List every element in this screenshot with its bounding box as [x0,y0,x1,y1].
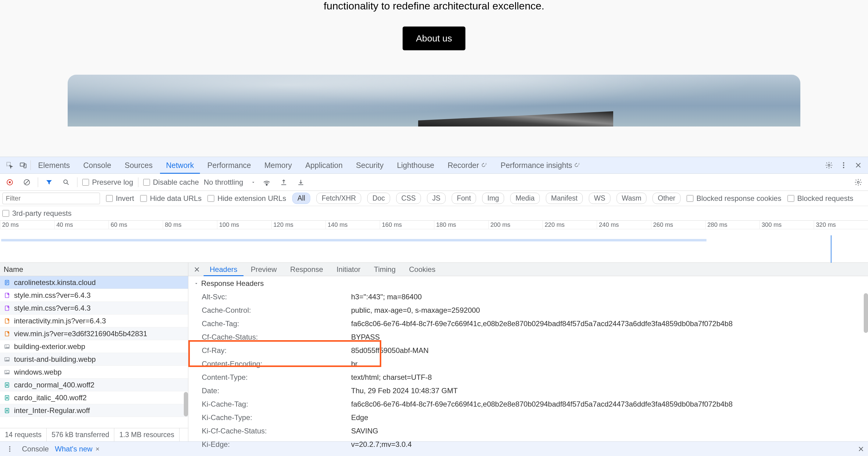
filter-icon[interactable] [43,176,55,188]
close-details-icon[interactable] [191,264,203,275]
search-icon[interactable] [60,176,72,188]
tab-recorder[interactable]: Recorder [442,157,493,174]
drawer-console[interactable]: Console [22,445,49,453]
detail-tab-headers[interactable]: Headers [204,263,244,276]
request-name: inter_Inter-Regular.woff [14,406,90,415]
detail-tabs: Headers Preview Response Initiator Timin… [188,263,868,276]
tab-network[interactable]: Network [160,157,200,174]
device-toolbar-icon[interactable] [17,159,29,171]
header-value: fa6c8c06-6e76-4bf4-8c7f-69e7c669f41c,e08… [351,320,868,328]
filter-type-js[interactable]: JS [427,193,445,204]
svg-point-4 [843,162,844,163]
request-row[interactable]: carolinetestx.kinsta.cloud [0,276,188,289]
drawer-whats-new[interactable]: What's new [55,445,100,453]
hero-image [68,75,800,126]
network-conditions-icon[interactable] [260,176,273,188]
request-row[interactable]: windows.webp [0,366,188,378]
header-value: text/html; charset=UTF-8 [351,373,868,382]
header-value: BYPASS [351,333,868,341]
settings-icon[interactable] [823,159,835,171]
separator [30,160,31,170]
about-us-button[interactable]: About us [403,27,465,50]
header-row: Cache-Control:public, max-age=0, s-maxag… [202,304,868,317]
tab-performance-insights[interactable]: Performance insights [495,157,587,174]
tab-performance[interactable]: Performance [201,157,257,174]
network-timeline[interactable]: 20 ms40 ms60 ms80 ms100 ms120 ms140 ms16… [0,221,868,263]
request-name: style.min.css?ver=6.4.3 [14,304,91,312]
request-row[interactable]: view.min.js?ver=e3d6f3216904b5b42831 [0,327,188,340]
record-icon[interactable] [4,176,16,188]
details-scrollbar-thumb[interactable] [864,293,868,333]
filter-type-font[interactable]: Font [452,193,476,204]
request-row[interactable]: interactivity.min.js?ver=6.4.3 [0,314,188,327]
request-row[interactable]: building-exterior.webp [0,340,188,353]
header-value: Thu, 29 Feb 2024 10:48:37 GMT [351,387,868,395]
svg-point-11 [267,184,267,185]
tab-security[interactable]: Security [350,157,390,174]
hide-extension-urls-checkbox[interactable]: Hide extension URLs [208,194,286,203]
inspect-element-icon[interactable] [4,159,16,171]
blocked-requests-checkbox[interactable]: Blocked requests [787,194,854,203]
header-row: Ki-Cf-Cache-Status:SAVING [202,424,868,438]
detail-tab-response[interactable]: Response [284,263,329,276]
blocked-cookies-checkbox[interactable]: Blocked response cookies [687,194,781,203]
request-row[interactable]: style.min.css?ver=6.4.3 [0,302,188,314]
header-row: Cf-Cache-Status:BYPASS [202,330,868,344]
tab-application[interactable]: Application [299,157,349,174]
throttling-select[interactable]: No throttling [204,178,256,187]
tab-console[interactable]: Console [77,157,117,174]
header-name: Alt-Svc: [202,293,351,301]
clear-icon[interactable] [21,176,33,188]
request-name: interactivity.min.js?ver=6.4.3 [14,317,106,325]
header-name: Content-Type: [202,373,351,382]
tab-memory[interactable]: Memory [258,157,298,174]
filter-type-media[interactable]: Media [510,193,540,204]
request-name: style.min.css?ver=6.4.3 [14,291,91,300]
filter-type-fetchxhr[interactable]: Fetch/XHR [316,193,361,204]
network-filter-bar-2: 3rd-party requests [0,206,868,221]
detail-tab-preview[interactable]: Preview [245,263,283,276]
more-icon[interactable] [838,159,850,171]
header-row: Date:Thu, 29 Feb 2024 10:48:37 GMT [202,384,868,397]
disable-cache-checkbox[interactable]: Disable cache [143,178,199,187]
tab-sources[interactable]: Sources [119,157,159,174]
request-row[interactable]: cardo_italic_400.woff2 [0,391,188,404]
svg-point-6 [843,167,844,168]
filter-type-ws[interactable]: WS [589,193,611,204]
filter-type-wasm[interactable]: Wasm [617,193,646,204]
request-list-header[interactable]: Name [0,263,188,276]
request-row[interactable]: cardo_normal_400.woff2 [0,378,188,391]
preserve-log-checkbox[interactable]: Preserve log [82,178,133,187]
request-row[interactable]: style.min.css?ver=6.4.3 [0,289,188,302]
filter-type-img[interactable]: Img [482,193,504,204]
svg-rect-8 [9,181,11,183]
font-file-icon [4,407,10,414]
tab-lighthouse[interactable]: Lighthouse [391,157,440,174]
svg-point-5 [843,164,844,166]
invert-checkbox[interactable]: Invert [106,194,134,203]
network-settings-icon[interactable] [852,176,864,188]
header-name: Ki-Cache-Tag: [202,400,351,408]
upload-har-icon[interactable] [278,176,290,188]
detail-tab-timing[interactable]: Timing [368,263,402,276]
filter-input[interactable] [2,193,100,204]
filter-type-all[interactable]: All [292,193,311,204]
detail-tab-initiator[interactable]: Initiator [330,263,367,276]
detail-tab-cookies[interactable]: Cookies [403,263,442,276]
request-row[interactable]: tourist-and-building.webp [0,353,188,366]
filter-type-doc[interactable]: Doc [367,193,390,204]
filter-type-manifest[interactable]: Manifest [546,193,583,204]
svg-point-19 [6,346,7,346]
close-devtools-icon[interactable] [852,159,864,171]
response-headers-section[interactable]: Response Headers [188,276,868,290]
hide-data-urls-checkbox[interactable]: Hide data URLs [140,194,202,203]
scrollbar-thumb[interactable] [184,392,188,416]
filter-type-css[interactable]: CSS [396,193,421,204]
status-requests: 14 requests [0,428,46,442]
download-har-icon[interactable] [295,176,307,188]
drawer-more-icon[interactable] [4,443,16,455]
third-party-checkbox[interactable]: 3rd-party requests [2,209,72,218]
tab-elements[interactable]: Elements [32,157,76,174]
filter-type-other[interactable]: Other [653,193,681,204]
request-row[interactable]: inter_Inter-Regular.woff [0,404,188,417]
